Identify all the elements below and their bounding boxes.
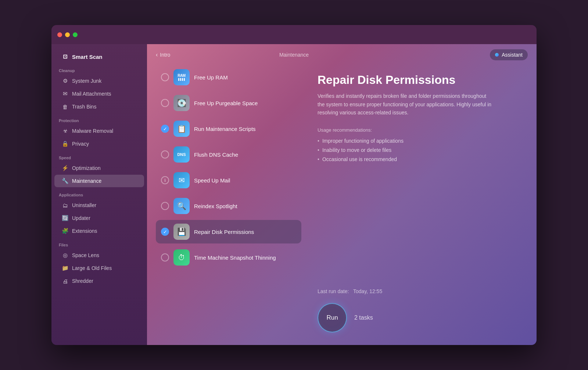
- nav-bar: ‹ Intro Maintenance Assistant: [147, 44, 537, 65]
- sidebar-item-label: Smart Scan: [72, 54, 103, 60]
- task-item-repair-disk-permissions[interactable]: ✓ 💾 Repair Disk Permissions: [156, 220, 301, 243]
- sidebar-item-mail-attachments[interactable]: ✉ Mail Attachments: [54, 88, 144, 100]
- sidebar-item-label: Privacy: [72, 141, 89, 147]
- sidebar-item-label: Updater: [72, 215, 90, 221]
- smart-scan-icon: ⊡: [62, 53, 68, 60]
- sidebar-item-maintenance[interactable]: 🔧 Maintenance: [54, 175, 144, 187]
- task-checkbox-speed-up-mail[interactable]: ℹ: [161, 176, 169, 184]
- sidebar-item-label: Maintenance: [72, 178, 101, 184]
- sidebar-item-label: Trash Bins: [72, 104, 96, 110]
- last-run-value: Today, 12:55: [353, 288, 382, 294]
- mail-icon: ✉: [173, 172, 190, 188]
- sidebar-item-system-junk[interactable]: ⚙ System Junk: [54, 75, 144, 87]
- section-label-protection: Protection: [51, 113, 147, 124]
- close-button[interactable]: [57, 32, 62, 37]
- sidebar-item-space-lens[interactable]: ◎ Space Lens: [54, 249, 144, 262]
- usage-list: Improper functioning of applications Ina…: [318, 136, 524, 164]
- usage-item-1: Improper functioning of applications: [322, 136, 404, 146]
- task-label: Time Machine Snapshot Thinning: [194, 255, 276, 261]
- sidebar-item-updater[interactable]: 🔄 Updater: [54, 212, 144, 224]
- assistant-button[interactable]: Assistant: [490, 49, 528, 60]
- content-area: RAM Free Up RAM: [147, 65, 537, 345]
- list-item: Occasional use is recommended: [318, 155, 524, 164]
- sidebar-item-trash-bins[interactable]: 🗑 Trash Bins: [54, 100, 144, 113]
- section-label-applications: Applications: [51, 188, 147, 199]
- sidebar-item-uninstaller[interactable]: 🗂 Uninstaller: [54, 199, 144, 211]
- assistant-label: Assistant: [502, 52, 523, 58]
- sidebar-item-label: Optimization: [72, 165, 101, 171]
- section-label-speed: Speed: [51, 150, 147, 161]
- detail-title: Repair Disk Permissions: [318, 73, 524, 87]
- run-button-label: Run: [326, 314, 338, 321]
- task-label: Run Maintenance Scripts: [194, 126, 256, 132]
- task-item-reindex-spotlight[interactable]: 🔍 Reindex Spotlight: [156, 194, 301, 218]
- sidebar-item-label: Space Lens: [72, 252, 99, 258]
- list-item: Inability to move or delete files: [318, 146, 524, 155]
- back-button[interactable]: ‹ Intro: [156, 51, 170, 58]
- task-checkbox-flush-dns-cache[interactable]: [161, 150, 169, 159]
- task-item-speed-up-mail[interactable]: ℹ ✉ Speed Up Mail: [156, 168, 301, 192]
- section-label-cleanup: Cleanup: [51, 63, 147, 74]
- detail-panel: Repair Disk Permissions Verifies and ins…: [310, 65, 528, 336]
- task-label: Free Up RAM: [194, 74, 228, 81]
- sidebar-item-label: Shredder: [72, 278, 93, 284]
- sidebar-item-malware-removal[interactable]: ☣ Malware Removal: [54, 125, 144, 137]
- usage-heading: Usage recommendations:: [318, 127, 524, 133]
- task-checkbox-repair-disk-permissions[interactable]: ✓: [161, 228, 169, 236]
- optimization-icon: ⚡: [62, 165, 68, 171]
- sidebar-item-label: System Junk: [72, 78, 101, 84]
- dns-icon: DNS: [173, 146, 190, 163]
- mail-attachments-icon: ✉: [62, 90, 68, 97]
- traffic-lights: [57, 32, 78, 37]
- task-checkbox-free-up-purgeable[interactable]: [161, 99, 169, 107]
- task-label: Repair Disk Permissions: [194, 229, 254, 235]
- run-section: Run 2 tasks: [318, 303, 524, 332]
- extensions-icon: 🧩: [62, 228, 68, 234]
- timemachine-icon: ⏱: [173, 249, 190, 266]
- usage-item-2: Inability to move or delete files: [322, 146, 391, 155]
- updater-icon: 🔄: [62, 215, 68, 221]
- system-junk-icon: ⚙: [62, 78, 68, 84]
- run-button[interactable]: Run: [318, 303, 347, 332]
- sidebar-item-extensions[interactable]: 🧩 Extensions: [54, 225, 144, 237]
- ram-icon: RAM: [173, 69, 190, 85]
- nav-title: Maintenance: [279, 52, 309, 58]
- task-item-flush-dns-cache[interactable]: DNS Flush DNS Cache: [156, 143, 301, 166]
- task-checkbox-reindex-spotlight[interactable]: [161, 202, 169, 210]
- section-label-files: Files: [51, 238, 147, 249]
- back-chevron-icon: ‹: [156, 51, 158, 58]
- assistant-dot-icon: [495, 53, 499, 57]
- spotlight-icon: 🔍: [173, 198, 190, 214]
- task-checkbox-time-machine-snapshot[interactable]: [161, 253, 169, 262]
- task-item-run-maintenance-scripts[interactable]: ✓ 📋 Run Maintenance Scripts: [156, 117, 301, 140]
- task-item-free-up-purgeable[interactable]: 💽 Free Up Purgeable Space: [156, 91, 301, 115]
- sidebar-item-privacy[interactable]: 🔒 Privacy: [54, 138, 144, 150]
- trash-bins-icon: 🗑: [62, 103, 68, 110]
- main-window: ⊡ Smart Scan Cleanup ⚙ System Junk ✉ Mai…: [51, 25, 537, 345]
- sidebar-item-smart-scan[interactable]: ⊡ Smart Scan: [54, 50, 144, 63]
- task-item-time-machine-snapshot[interactable]: ⏱ Time Machine Snapshot Thinning: [156, 246, 301, 269]
- tasks-count: 2 tasks: [354, 314, 373, 321]
- task-label: Free Up Purgeable Space: [194, 100, 258, 106]
- last-run-label: Last run date:: [318, 288, 349, 294]
- uninstaller-icon: 🗂: [62, 202, 68, 209]
- malware-removal-icon: ☣: [62, 128, 68, 134]
- usage-item-3: Occasional use is recommended: [322, 155, 397, 164]
- task-label: Speed Up Mail: [194, 177, 230, 184]
- list-item: Improper functioning of applications: [318, 136, 524, 146]
- detail-description: Verifies and instantly repairs broken fi…: [318, 92, 494, 117]
- minimize-button[interactable]: [65, 32, 70, 37]
- sidebar-item-shredder[interactable]: 🖨 Shredder: [54, 275, 144, 287]
- task-checkbox-free-up-ram[interactable]: [161, 73, 169, 81]
- sidebar-item-label: Uninstaller: [72, 202, 96, 208]
- sidebar-item-optimization[interactable]: ⚡ Optimization: [54, 162, 144, 174]
- task-checkbox-run-maintenance-scripts[interactable]: ✓: [161, 125, 169, 133]
- task-item-free-up-ram[interactable]: RAM Free Up RAM: [156, 65, 301, 89]
- maintenance-icon: 🔧: [62, 178, 68, 184]
- back-label: Intro: [160, 52, 170, 58]
- maximize-button[interactable]: [73, 32, 78, 37]
- sidebar-item-large-old-files[interactable]: 📁 Large & Old Files: [54, 262, 144, 274]
- sidebar-item-label: Malware Removal: [72, 128, 113, 134]
- titlebar: [51, 25, 537, 44]
- shredder-icon: 🖨: [62, 278, 68, 284]
